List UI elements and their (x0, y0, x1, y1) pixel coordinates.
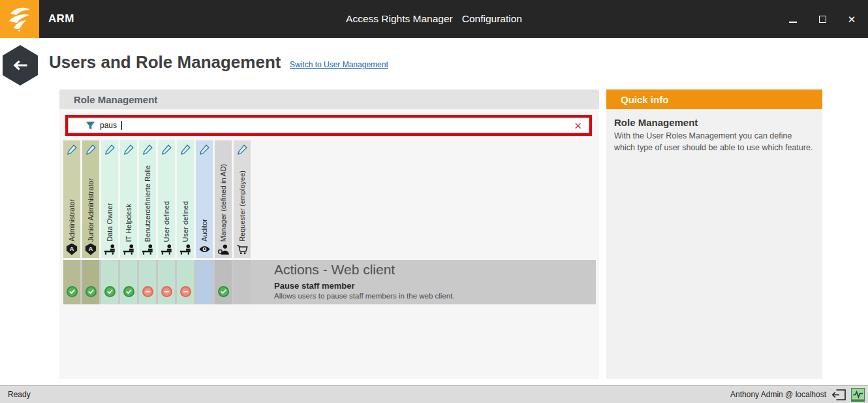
role-column-label: User defined (163, 156, 170, 242)
titlebar-nav: Access Rights Manager Configuration (0, 13, 868, 25)
solarwinds-swirl-icon (6, 5, 33, 33)
role-column-label: Auditor (200, 156, 208, 242)
action-group-title: Actions - Web client (274, 262, 455, 278)
admin-role-icon: A (66, 242, 78, 258)
role-column: Requester (employee) (234, 140, 251, 258)
desk-role-icon (104, 242, 116, 258)
maximize-button[interactable] (816, 13, 828, 25)
eye-icon (198, 242, 211, 258)
quick-info-header: Quick info (606, 89, 822, 109)
permission-denied-icon[interactable] (142, 286, 153, 297)
role-column-label: Requester (employee) (238, 156, 246, 242)
edit-pencil-icon[interactable] (104, 140, 116, 156)
edit-pencil-icon[interactable] (142, 140, 153, 156)
permission-cell[interactable] (120, 260, 137, 304)
window-controls: ✕ (787, 13, 868, 25)
role-panel-header: Role Management (59, 89, 599, 109)
logout-icon[interactable] (831, 389, 846, 400)
permission-cell[interactable] (101, 260, 118, 304)
close-button[interactable]: ✕ (846, 13, 858, 25)
permission-allowed-icon[interactable] (67, 286, 78, 297)
role-column: IT Helpdesk (120, 140, 137, 258)
permission-allowed-icon[interactable] (104, 286, 116, 297)
app-name: ARM (48, 12, 74, 25)
maximize-icon (819, 16, 826, 23)
role-column: Junior AdministratorA (82, 140, 99, 258)
desk-role-icon (161, 242, 173, 258)
permission-cell[interactable] (139, 260, 156, 304)
switch-to-user-management-link[interactable]: Switch to User Management (290, 60, 388, 69)
role-column-label: Junior Administrator (87, 156, 95, 242)
filter-highlight-annotation: paus ✕ (65, 115, 592, 136)
statusbar-right: Anthony Admin @ localhost (730, 388, 865, 402)
desk-role-icon (179, 242, 192, 258)
permission-cell[interactable] (234, 260, 251, 304)
permission-allowed-icon[interactable] (123, 286, 134, 297)
role-column-label: IT Helpdesk (125, 156, 132, 242)
band-cells (63, 260, 251, 304)
action-description: Allows users to pause staff members in t… (274, 292, 455, 300)
permission-allowed-icon[interactable] (218, 286, 229, 297)
action-group-text: Actions - Web client Pause staff member … (274, 260, 455, 304)
quick-info-text: With the User Roles Management you can d… (614, 130, 814, 153)
statusbar: Ready Anthony Admin @ localhost (0, 385, 868, 403)
role-column: Auditor (196, 140, 213, 258)
logged-in-user: Anthony Admin @ localhost (730, 390, 826, 399)
admin-role-icon: A (85, 242, 97, 258)
quick-info-heading: Role Management (614, 117, 814, 128)
text-caret (121, 121, 122, 130)
role-column: User defined (177, 140, 194, 258)
clear-filter-button[interactable]: ✕ (574, 121, 582, 131)
role-column-label: Administrator (68, 156, 76, 242)
permission-cell[interactable] (196, 260, 213, 304)
edit-pencil-icon[interactable] (67, 140, 78, 156)
edit-pencil-icon[interactable] (85, 140, 97, 156)
role-column: AdministratorA (63, 140, 80, 258)
page-title: Users and Role Management (49, 52, 281, 73)
desk-role-icon (142, 242, 154, 258)
permission-cell[interactable] (177, 260, 194, 304)
permission-denied-icon[interactable] (161, 286, 172, 297)
edit-pencil-icon[interactable] (161, 140, 172, 156)
back-arrow-icon (13, 60, 27, 71)
cart-icon (236, 242, 249, 258)
minimize-button[interactable] (787, 13, 799, 25)
manager-icon (217, 242, 230, 258)
filter-input[interactable]: paus ✕ (68, 118, 589, 133)
minimize-icon (789, 22, 797, 23)
role-columns: AdministratorAJunior AdministratorAData … (63, 140, 251, 258)
status-text: Ready (8, 390, 31, 399)
edit-pencil-icon[interactable] (199, 140, 210, 156)
role-management-panel: Role Management paus ✕ AdministratorAJun… (59, 89, 599, 379)
edit-pencil-icon[interactable] (237, 140, 248, 156)
health-pulse-icon[interactable] (851, 388, 865, 402)
filter-funnel-icon (85, 121, 95, 131)
permission-allowed-icon[interactable] (85, 286, 97, 297)
role-column-label: Data Owner (106, 156, 114, 242)
role-column: Manager (defined in AD) (215, 140, 232, 258)
filter-value: paus (100, 121, 117, 130)
permission-cell[interactable] (82, 260, 99, 304)
action-name: Pause staff member (274, 281, 455, 291)
role-column-label: Benutzerdefinierte Rolle (144, 156, 151, 242)
nav-access-rights-manager: Access Rights Manager (346, 13, 453, 25)
nav-configuration: Configuration (462, 13, 522, 25)
quick-info-panel: Quick info Role Management With the User… (606, 89, 822, 379)
permission-cell[interactable] (215, 260, 232, 304)
back-button[interactable] (3, 45, 38, 86)
titlebar: ARM Access Rights Manager Configuration … (0, 0, 868, 38)
role-column-label: Manager (defined in AD) (219, 156, 227, 242)
permission-cell[interactable] (158, 260, 175, 304)
role-column: User defined (158, 140, 175, 258)
role-column: Data Owner (101, 140, 118, 258)
action-group-band: Actions - Web client Pause staff member … (63, 260, 596, 304)
edit-pencil-icon[interactable] (123, 140, 134, 156)
solarwinds-logo (0, 0, 39, 38)
desk-role-icon (123, 242, 135, 258)
content-area: Users and Role Management Switch to User… (0, 38, 868, 385)
permission-denied-icon[interactable] (180, 286, 191, 297)
role-column-label: User defined (181, 156, 189, 242)
edit-pencil-icon[interactable] (180, 140, 191, 156)
quick-info-body: Role Management With the User Roles Mana… (606, 109, 822, 161)
permission-cell[interactable] (63, 260, 80, 304)
